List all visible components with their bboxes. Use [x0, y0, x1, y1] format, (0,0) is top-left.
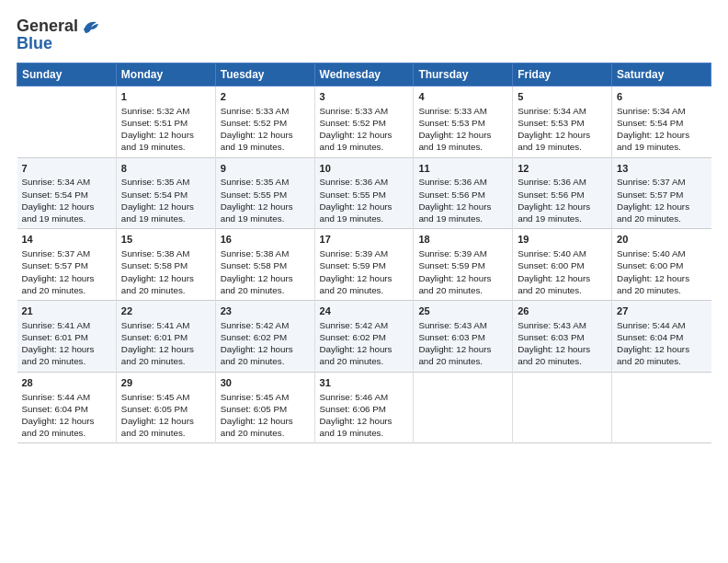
col-header-saturday: Saturday [612, 63, 711, 86]
calendar-cell: 24Sunrise: 5:42 AM Sunset: 6:02 PM Dayli… [314, 300, 414, 372]
cell-daylight-info: Sunrise: 5:40 AM Sunset: 6:00 PM Dayligh… [617, 247, 706, 296]
calendar-cell: 25Sunrise: 5:43 AM Sunset: 6:03 PM Dayli… [414, 300, 513, 372]
calendar-table: SundayMondayTuesdayWednesdayThursdayFrid… [17, 63, 711, 444]
col-header-tuesday: Tuesday [215, 63, 314, 86]
day-number: 10 [320, 162, 409, 176]
calendar-week-row: 7Sunrise: 5:34 AM Sunset: 5:54 PM Daylig… [17, 157, 711, 229]
calendar-cell: 7Sunrise: 5:34 AM Sunset: 5:54 PM Daylig… [17, 157, 117, 229]
calendar-cell: 27Sunrise: 5:44 AM Sunset: 6:04 PM Dayli… [612, 300, 711, 372]
day-number: 26 [518, 304, 607, 318]
calendar-cell: 2Sunrise: 5:33 AM Sunset: 5:52 PM Daylig… [215, 86, 314, 157]
day-number: 20 [617, 233, 706, 247]
day-number: 27 [617, 304, 706, 318]
day-number: 8 [121, 162, 210, 176]
day-number: 18 [418, 233, 507, 247]
calendar-cell: 30Sunrise: 5:45 AM Sunset: 6:05 PM Dayli… [215, 372, 314, 443]
day-number: 4 [418, 90, 507, 104]
calendar-cell: 20Sunrise: 5:40 AM Sunset: 6:00 PM Dayli… [612, 229, 711, 301]
calendar-week-row: 21Sunrise: 5:41 AM Sunset: 6:01 PM Dayli… [17, 300, 711, 372]
calendar-cell: 14Sunrise: 5:37 AM Sunset: 5:57 PM Dayli… [17, 229, 117, 301]
day-number: 5 [518, 90, 607, 104]
day-number: 16 [221, 233, 310, 247]
calendar-cell [414, 372, 513, 443]
calendar-cell: 6Sunrise: 5:34 AM Sunset: 5:54 PM Daylig… [612, 86, 711, 157]
calendar-cell: 10Sunrise: 5:36 AM Sunset: 5:55 PM Dayli… [314, 157, 414, 229]
calendar-cell [17, 86, 117, 157]
logo-blue: Blue [17, 35, 100, 53]
calendar-cell: 26Sunrise: 5:43 AM Sunset: 6:03 PM Dayli… [513, 300, 612, 372]
cell-daylight-info: Sunrise: 5:35 AM Sunset: 5:55 PM Dayligh… [221, 176, 310, 224]
cell-daylight-info: Sunrise: 5:37 AM Sunset: 5:57 PM Dayligh… [22, 247, 111, 296]
cell-daylight-info: Sunrise: 5:36 AM Sunset: 5:55 PM Dayligh… [320, 176, 409, 224]
cell-daylight-info: Sunrise: 5:34 AM Sunset: 5:54 PM Dayligh… [22, 176, 111, 224]
calendar-cell: 23Sunrise: 5:42 AM Sunset: 6:02 PM Dayli… [215, 300, 314, 372]
day-number: 28 [22, 376, 111, 390]
col-header-monday: Monday [116, 63, 215, 86]
cell-daylight-info: Sunrise: 5:32 AM Sunset: 5:51 PM Dayligh… [121, 105, 210, 154]
day-number: 23 [221, 304, 310, 318]
cell-daylight-info: Sunrise: 5:34 AM Sunset: 5:54 PM Dayligh… [617, 105, 706, 154]
cell-daylight-info: Sunrise: 5:34 AM Sunset: 5:53 PM Dayligh… [518, 105, 607, 154]
day-number: 22 [121, 304, 210, 318]
day-number: 11 [418, 162, 507, 176]
day-number: 17 [320, 233, 409, 247]
cell-daylight-info: Sunrise: 5:41 AM Sunset: 6:01 PM Dayligh… [121, 319, 210, 368]
day-number: 9 [221, 162, 310, 176]
cell-daylight-info: Sunrise: 5:36 AM Sunset: 5:56 PM Dayligh… [518, 176, 607, 224]
cell-daylight-info: Sunrise: 5:33 AM Sunset: 5:53 PM Dayligh… [418, 105, 507, 154]
calendar-cell: 9Sunrise: 5:35 AM Sunset: 5:55 PM Daylig… [215, 157, 314, 229]
calendar-cell: 28Sunrise: 5:44 AM Sunset: 6:04 PM Dayli… [17, 372, 117, 443]
day-number: 12 [518, 162, 607, 176]
day-number: 2 [221, 90, 310, 104]
calendar-cell [612, 372, 711, 443]
calendar-cell: 13Sunrise: 5:37 AM Sunset: 5:57 PM Dayli… [612, 157, 711, 229]
col-header-thursday: Thursday [414, 63, 513, 86]
calendar-cell: 4Sunrise: 5:33 AM Sunset: 5:53 PM Daylig… [414, 86, 513, 157]
cell-daylight-info: Sunrise: 5:39 AM Sunset: 5:59 PM Dayligh… [418, 247, 507, 296]
cell-daylight-info: Sunrise: 5:38 AM Sunset: 5:58 PM Dayligh… [121, 247, 210, 296]
day-number: 3 [320, 90, 409, 104]
calendar-cell: 31Sunrise: 5:46 AM Sunset: 6:06 PM Dayli… [314, 372, 414, 443]
calendar-cell: 8Sunrise: 5:35 AM Sunset: 5:54 PM Daylig… [116, 157, 215, 229]
cell-daylight-info: Sunrise: 5:45 AM Sunset: 6:05 PM Dayligh… [221, 391, 310, 440]
calendar-cell: 17Sunrise: 5:39 AM Sunset: 5:59 PM Dayli… [314, 229, 414, 301]
cell-daylight-info: Sunrise: 5:36 AM Sunset: 5:56 PM Dayligh… [418, 176, 507, 224]
logo: General Blue [17, 17, 100, 53]
col-header-friday: Friday [513, 63, 612, 86]
day-number: 19 [518, 233, 607, 247]
calendar-cell: 11Sunrise: 5:36 AM Sunset: 5:56 PM Dayli… [414, 157, 513, 229]
col-header-wednesday: Wednesday [314, 63, 414, 86]
cell-daylight-info: Sunrise: 5:38 AM Sunset: 5:58 PM Dayligh… [221, 247, 310, 296]
calendar-cell: 19Sunrise: 5:40 AM Sunset: 6:00 PM Dayli… [513, 229, 612, 301]
cell-daylight-info: Sunrise: 5:33 AM Sunset: 5:52 PM Dayligh… [320, 105, 409, 154]
calendar-cell: 21Sunrise: 5:41 AM Sunset: 6:01 PM Dayli… [17, 300, 117, 372]
day-number: 1 [121, 90, 210, 104]
cell-daylight-info: Sunrise: 5:44 AM Sunset: 6:04 PM Dayligh… [22, 391, 111, 440]
cell-daylight-info: Sunrise: 5:43 AM Sunset: 6:03 PM Dayligh… [518, 319, 607, 368]
calendar-cell: 18Sunrise: 5:39 AM Sunset: 5:59 PM Dayli… [414, 229, 513, 301]
logo-bird-icon [80, 17, 100, 37]
calendar-cell: 16Sunrise: 5:38 AM Sunset: 5:58 PM Dayli… [215, 229, 314, 301]
cell-daylight-info: Sunrise: 5:45 AM Sunset: 6:05 PM Dayligh… [121, 391, 210, 440]
cell-daylight-info: Sunrise: 5:39 AM Sunset: 5:59 PM Dayligh… [320, 247, 409, 296]
calendar-cell: 3Sunrise: 5:33 AM Sunset: 5:52 PM Daylig… [314, 86, 414, 157]
day-number: 6 [617, 90, 706, 104]
cell-daylight-info: Sunrise: 5:40 AM Sunset: 6:00 PM Dayligh… [518, 247, 607, 296]
calendar-cell: 29Sunrise: 5:45 AM Sunset: 6:05 PM Dayli… [116, 372, 215, 443]
calendar-cell: 12Sunrise: 5:36 AM Sunset: 5:56 PM Dayli… [513, 157, 612, 229]
day-number: 13 [617, 162, 706, 176]
calendar-cell: 1Sunrise: 5:32 AM Sunset: 5:51 PM Daylig… [116, 86, 215, 157]
day-number: 31 [320, 376, 409, 390]
calendar-cell: 15Sunrise: 5:38 AM Sunset: 5:58 PM Dayli… [116, 229, 215, 301]
day-number: 15 [121, 233, 210, 247]
day-number: 7 [22, 162, 111, 176]
day-number: 25 [418, 304, 507, 318]
cell-daylight-info: Sunrise: 5:42 AM Sunset: 6:02 PM Dayligh… [320, 319, 409, 368]
cell-daylight-info: Sunrise: 5:44 AM Sunset: 6:04 PM Dayligh… [617, 319, 706, 368]
day-number: 24 [320, 304, 409, 318]
cell-daylight-info: Sunrise: 5:43 AM Sunset: 6:03 PM Dayligh… [418, 319, 507, 368]
day-number: 21 [22, 304, 111, 318]
calendar-week-row: 14Sunrise: 5:37 AM Sunset: 5:57 PM Dayli… [17, 229, 711, 301]
cell-daylight-info: Sunrise: 5:42 AM Sunset: 6:02 PM Dayligh… [221, 319, 310, 368]
page-header: General Blue [17, 17, 711, 53]
